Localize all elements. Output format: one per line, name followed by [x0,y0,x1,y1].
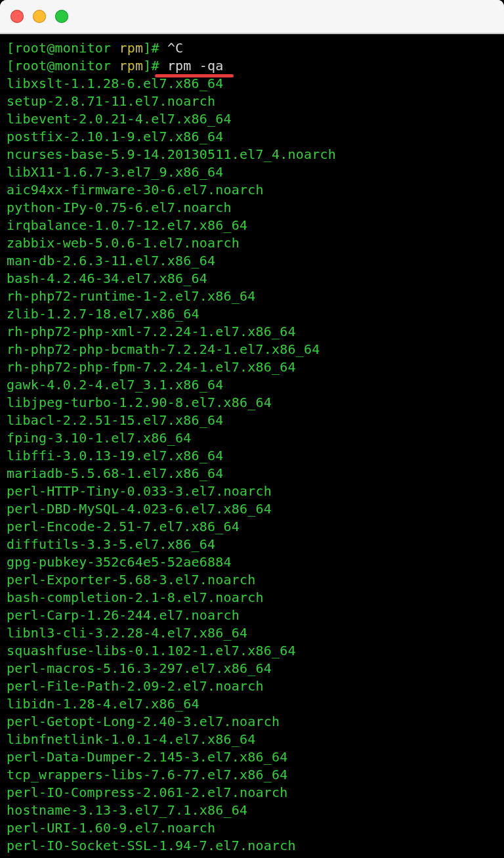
package-line: postfix-2.10.1-9.el7.x86_64 [7,128,497,146]
package-line: ncurses-base-5.9-14.20130511.el7_4.noarc… [7,146,497,163]
package-line: perl-IO-Socket-SSL-1.94-7.el7.noarch [7,837,497,855]
package-line: tcp_wrappers-libs-7.6-77.el7.x86_64 [7,766,497,784]
package-line: irqbalance-1.0.7-12.el7.x86_64 [7,217,497,234]
package-line: libidn-1.28-4.el7.x86_64 [7,695,497,713]
package-line: rh-php72-php-fpm-7.2.24-1.el7.x86_64 [7,358,497,376]
package-line: zabbix-web-5.0.6-1.el7.noarch [7,234,497,252]
package-line: mariadb-5.5.68-1.el7.x86_64 [7,465,497,483]
package-line: rh-php72-runtime-1-2.el7.x86_64 [7,288,497,305]
package-line: python-IPy-0.75-6.el7.noarch [7,199,497,217]
package-line: perl-HTTP-Tiny-0.033-3.el7.noarch [7,483,497,500]
package-line: zlib-1.2.7-18.el7.x86_64 [7,305,497,323]
package-line: squashfuse-libs-0.1.102-1.el7.x86_64 [7,642,497,660]
package-line: bash-completion-2.1-8.el7.noarch [7,589,497,607]
package-line: perl-DBD-MySQL-4.023-6.el7.x86_64 [7,500,497,518]
minimize-icon[interactable] [33,10,46,23]
package-line: gawk-4.0.2-4.el7_3.1.x86_64 [7,376,497,394]
package-line: man-db-2.6.3-11.el7.x86_64 [7,252,497,270]
package-line: perl-URI-1.60-9.el7.noarch [7,819,497,837]
maximize-icon[interactable] [55,10,68,23]
window-titlebar [0,0,504,34]
package-line: libacl-2.2.51-15.el7.x86_64 [7,412,497,429]
terminal-body[interactable]: [root@monitor rpm]# ^C [root@monitor rpm… [0,34,504,858]
package-line: perl-Encode-2.51-7.el7.x86_64 [7,518,497,536]
package-line: libX11-1.6.7-3.el7_9.x86_64 [7,163,497,181]
package-line: fping-3.10-1.el7.x86_64 [7,429,497,447]
package-line: libjpeg-turbo-1.2.90-8.el7.x86_64 [7,394,497,412]
prompt-line-1: [root@monitor rpm]# ^C [7,39,497,57]
package-line: perl-File-Path-2.09-2.el7.noarch [7,677,497,695]
terminal-window: [root@monitor rpm]# ^C [root@monitor rpm… [0,0,504,858]
package-line: perl-IO-Compress-2.061-2.el7.noarch [7,784,497,802]
package-line: diffutils-3.3-5.el7.x86_64 [7,536,497,553]
package-line: libnl3-cli-3.2.28-4.el7.x86_64 [7,624,497,642]
package-line: perl-Carp-1.26-244.el7.noarch [7,607,497,624]
package-line: perl-Data-Dumper-2.145-3.el7.x86_64 [7,748,497,766]
package-line: libnfnetlink-1.0.1-4.el7.x86_64 [7,731,497,748]
package-line: rh-php72-php-xml-7.2.24-1.el7.x86_64 [7,323,497,341]
package-line: aic94xx-firmware-30-6.el7.noarch [7,181,497,199]
package-line: bash-4.2.46-34.el7.x86_64 [7,270,497,288]
red-underline-annotation [155,74,234,77]
close-icon[interactable] [10,10,24,23]
package-line: libffi-3.0.13-19.el7.x86_64 [7,447,497,465]
package-line: perl-Getopt-Long-2.40-3.el7.noarch [7,713,497,731]
package-line: perl-Exporter-5.68-3.el7.noarch [7,571,497,589]
package-line: perl-macros-5.16.3-297.el7.x86_64 [7,660,497,677]
package-line: setup-2.8.71-11.el7.noarch [7,93,497,110]
package-line: hostname-3.13-3.el7_7.1.x86_64 [7,802,497,819]
package-line: libevent-2.0.21-4.el7.x86_64 [7,110,497,128]
package-line: rh-php72-php-bcmath-7.2.24-1.el7.x86_64 [7,341,497,358]
prompt-line-2: [root@monitor rpm]# rpm -qa [7,57,497,75]
package-list: libxslt-1.1.28-6.el7.x86_64setup-2.8.71-… [7,75,497,855]
package-line: libxslt-1.1.28-6.el7.x86_64 [7,75,497,93]
package-line: gpg-pubkey-352c64e5-52ae6884 [7,553,497,571]
